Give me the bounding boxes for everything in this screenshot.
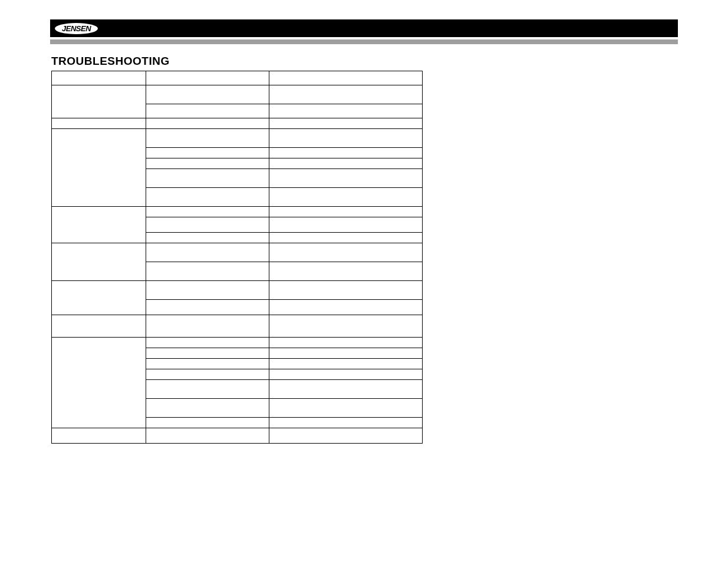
cell-action [269, 148, 423, 158]
cell-action [269, 281, 423, 300]
table [51, 71, 423, 444]
cell-action [269, 300, 423, 315]
cell-cause [146, 129, 269, 148]
cell-action [269, 369, 423, 380]
cell-action [269, 428, 423, 444]
cell-cause [146, 418, 269, 428]
cell-action [269, 348, 423, 359]
cell-action [269, 359, 423, 369]
cell-cause [146, 428, 269, 444]
cell-cause [146, 188, 269, 207]
brand-logo: JENSEN [55, 22, 98, 35]
cell-action [269, 129, 423, 148]
cell-cause [146, 71, 269, 85]
cell-action [269, 169, 423, 188]
divider-bar [50, 39, 678, 44]
cell-problem [52, 85, 146, 118]
cell-action [269, 104, 423, 118]
table-row [52, 428, 423, 444]
header-bar: JENSEN [50, 19, 678, 37]
cell-cause [146, 243, 269, 262]
cell-cause [146, 262, 269, 281]
cell-action [269, 262, 423, 281]
cell-cause [146, 148, 269, 158]
cell-cause [146, 85, 269, 104]
table-row [52, 281, 423, 300]
cell-problem [52, 315, 146, 338]
cell-problem [52, 243, 146, 281]
cell-cause [146, 207, 269, 217]
cell-cause [146, 380, 269, 399]
cell-cause [146, 217, 269, 233]
cell-cause [146, 104, 269, 118]
table-row [52, 71, 423, 85]
cell-cause [146, 338, 269, 348]
cell-action [269, 418, 423, 428]
cell-problem [52, 281, 146, 315]
cell-action [269, 188, 423, 207]
table-row [52, 207, 423, 217]
cell-problem [52, 71, 146, 85]
cell-cause [146, 118, 269, 129]
table-row [52, 129, 423, 148]
table-row [52, 85, 423, 104]
cell-action [269, 217, 423, 233]
cell-cause [146, 158, 269, 169]
cell-action [269, 399, 423, 418]
table-row [52, 315, 423, 338]
cell-cause [146, 348, 269, 359]
cell-cause [146, 399, 269, 418]
cell-action [269, 207, 423, 217]
troubleshooting-table [51, 71, 423, 444]
cell-cause [146, 359, 269, 369]
cell-cause [146, 369, 269, 380]
cell-action [269, 233, 423, 243]
cell-action [269, 118, 423, 129]
cell-problem [52, 207, 146, 243]
cell-action [269, 315, 423, 338]
table-row [52, 338, 423, 348]
cell-problem [52, 129, 146, 207]
cell-cause [146, 233, 269, 243]
cell-action [269, 71, 423, 85]
cell-cause [146, 315, 269, 338]
cell-cause [146, 281, 269, 300]
table-row [52, 118, 423, 129]
brand-text: JENSEN [55, 23, 98, 34]
cell-action [269, 158, 423, 169]
cell-problem [52, 338, 146, 428]
cell-action [269, 338, 423, 348]
cell-cause [146, 169, 269, 188]
page-title: TROUBLESHOOTING [51, 55, 170, 68]
cell-action [269, 85, 423, 104]
cell-action [269, 380, 423, 399]
cell-problem [52, 118, 146, 129]
cell-problem [52, 428, 146, 444]
cell-cause [146, 300, 269, 315]
table-row [52, 243, 423, 262]
cell-action [269, 243, 423, 262]
